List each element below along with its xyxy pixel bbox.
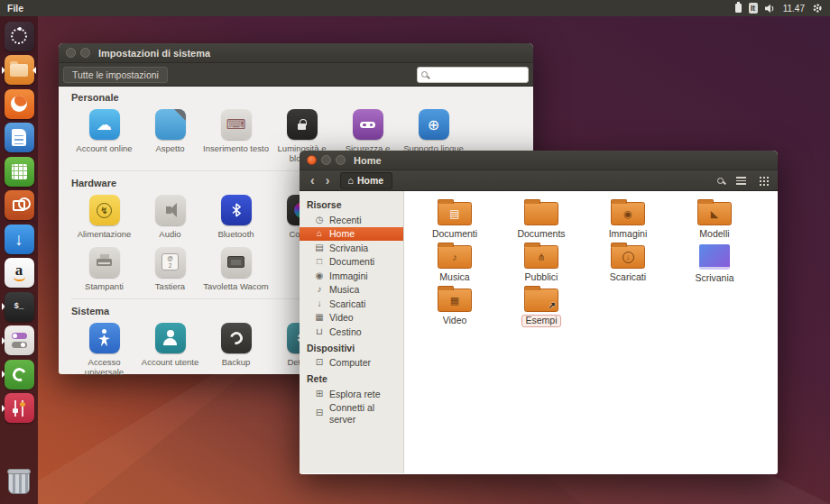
launcher-item-firefox[interactable] xyxy=(3,87,35,120)
videos-icon: ▦ xyxy=(314,312,325,324)
software-updater-icon xyxy=(5,360,34,389)
backup-icon xyxy=(221,323,252,353)
sidebar-item-scrivania[interactable]: ▤Scrivania xyxy=(300,241,403,255)
window-close-button[interactable] xyxy=(66,48,76,58)
back-button[interactable]: ‹ xyxy=(305,174,320,187)
keyboard-icon: @2 xyxy=(155,247,186,278)
all-settings-button[interactable]: Tutte le impostazioni xyxy=(63,67,168,83)
sidebar-item-cestino[interactable]: ⊔Cestino xyxy=(300,325,403,339)
folder-esempi[interactable]: ↗Esempi xyxy=(498,285,585,328)
sidebar-item-scaricati[interactable]: ↓Scaricati xyxy=(300,297,403,311)
settings-item-accesso-universale[interactable]: Accesso universale xyxy=(71,323,137,377)
launcher-item-dash[interactable] xyxy=(3,20,35,52)
settings-item-inserimento-testo[interactable]: ⌨Inserimento testo xyxy=(203,109,269,163)
settings-item-wacom[interactable]: Tavoletta Wacom xyxy=(203,247,269,291)
toggles-icon xyxy=(5,325,34,355)
folder-documenti[interactable]: ▤Documenti xyxy=(411,198,498,242)
settings-titlebar[interactable]: Impostazioni di sistema xyxy=(59,43,533,63)
sidebar-section-dispositivi: Dispositivi xyxy=(300,339,403,356)
settings-item-tastiera[interactable]: @2Tastiera xyxy=(137,247,203,291)
folder-icon: ⋔ xyxy=(524,245,558,269)
launcher-item-amazon[interactable]: a xyxy=(3,257,35,289)
settings-toolbar: Tutte le impostazioni xyxy=(59,63,533,87)
launcher-item-impress[interactable] xyxy=(3,189,35,222)
item-scrivania[interactable]: Scrivania xyxy=(671,242,758,285)
folder-modelli[interactable]: ◣Modelli xyxy=(671,198,758,242)
user-account-icon xyxy=(155,323,186,353)
app-menu-file[interactable]: File xyxy=(7,3,23,14)
window-minimize-button[interactable] xyxy=(321,155,331,165)
launcher-item-software-center[interactable]: ↓ xyxy=(3,223,35,255)
launcher-item-settings[interactable] xyxy=(3,392,35,425)
grid-view-icon[interactable] xyxy=(759,176,769,186)
settings-search-input[interactable] xyxy=(431,69,512,79)
bluetooth-icon xyxy=(221,195,252,225)
launcher-item-updater[interactable] xyxy=(3,358,35,390)
launcher-item-writer[interactable] xyxy=(3,122,35,154)
folder-icon xyxy=(524,202,558,225)
documents-icon: □ xyxy=(314,256,325,268)
forward-button[interactable]: › xyxy=(320,174,336,187)
folder-documents[interactable]: Documents xyxy=(498,198,585,242)
desktop-icon: ▤ xyxy=(314,243,325,254)
launcher-item-tweaks[interactable] xyxy=(3,325,35,357)
sidebar-section-risorse: Risorse xyxy=(300,196,403,213)
sidebar-item-esplora-rete[interactable]: ⊞Esplora rete xyxy=(300,387,403,401)
search-icon[interactable] xyxy=(717,178,724,184)
top-panel: File It 11.47 xyxy=(0,0,830,16)
settings-item-bluetooth[interactable]: Bluetooth xyxy=(203,195,269,239)
window-minimize-button[interactable] xyxy=(80,48,90,58)
settings-item-account-utente[interactable]: Account utente xyxy=(137,323,203,377)
sidebar-item-computer[interactable]: ⊡Computer xyxy=(300,356,403,371)
power-icon: ↯ xyxy=(89,195,120,225)
settings-item-alimentazione[interactable]: ↯Alimentazione xyxy=(71,195,137,239)
breadcrumb-home[interactable]: ⌂Home xyxy=(340,172,392,189)
launcher-item-calc[interactable] xyxy=(3,155,35,188)
volume-icon[interactable] xyxy=(765,4,776,14)
terminal-icon: $_ xyxy=(5,292,34,322)
clock[interactable]: 11.47 xyxy=(783,4,805,14)
folder-icon: ▤ xyxy=(438,202,472,225)
window-close-button[interactable] xyxy=(307,155,317,165)
appearance-icon xyxy=(155,109,186,140)
trash-icon xyxy=(8,469,30,494)
settings-item-audio[interactable]: Audio xyxy=(137,195,203,239)
system-settings-icon xyxy=(5,393,34,423)
launcher-item-files[interactable] xyxy=(3,54,35,87)
settings-item-backup[interactable]: Backup xyxy=(203,323,269,377)
folder-immagini[interactable]: ◉Immagini xyxy=(585,198,671,242)
sidebar-item-immagini[interactable]: ◉Immagini xyxy=(300,269,403,283)
sidebar-item-documenti[interactable]: □Documenti xyxy=(300,255,403,270)
launcher-item-terminal[interactable]: $_ xyxy=(3,290,35,323)
amazon-icon: a xyxy=(5,258,34,288)
firefox-icon xyxy=(5,89,34,119)
folder-scaricati[interactable]: ↓Scaricati xyxy=(585,242,671,285)
folder-musica[interactable]: ♪Musica xyxy=(411,242,498,285)
settings-item-account-online[interactable]: ☁Account online xyxy=(71,109,137,163)
section-title: Personale xyxy=(71,92,524,103)
libreoffice-writer-icon xyxy=(5,123,34,152)
launcher-item-trash[interactable] xyxy=(3,465,35,498)
sidebar-item-recenti[interactable]: ◷Recenti xyxy=(300,213,403,227)
settings-search-box[interactable] xyxy=(417,67,529,83)
folder-video[interactable]: ▦Video xyxy=(411,285,498,328)
folder-icon: ↓ xyxy=(611,245,645,269)
computer-icon: ⊡ xyxy=(314,357,325,369)
files-titlebar[interactable]: Home xyxy=(300,151,778,170)
window-maximize-button[interactable] xyxy=(336,155,346,165)
link-arrow-emblem: ↗ xyxy=(549,300,556,310)
keyboard-layout-indicator[interactable]: It xyxy=(749,3,758,14)
sidebar-item-video[interactable]: ▦Video xyxy=(300,311,403,325)
sidebar-item-home[interactable]: ⌂Home xyxy=(300,227,403,242)
list-view-icon[interactable] xyxy=(736,177,746,185)
battery-icon[interactable] xyxy=(735,4,742,13)
folder-icon: ▦ xyxy=(438,289,472,312)
folder-pubblici[interactable]: ⋔Pubblici xyxy=(498,242,585,285)
window-title: Impostazioni di sistema xyxy=(98,48,210,59)
session-gear-icon[interactable] xyxy=(812,3,823,14)
sidebar-item-musica[interactable]: ♪Musica xyxy=(300,283,403,298)
settings-item-stampanti[interactable]: Stampanti xyxy=(71,247,137,291)
settings-item-aspetto[interactable]: Aspetto xyxy=(137,109,203,163)
downloads-icon: ↓ xyxy=(314,298,325,310)
sidebar-item-connetti-server[interactable]: ⊟Connetti al server xyxy=(300,401,403,426)
